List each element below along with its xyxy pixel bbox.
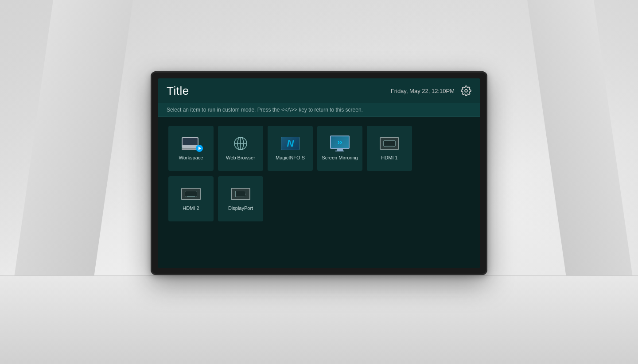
tv-screen: Title Friday, May 22, 12:10PM Select an … [158, 78, 480, 268]
app-tile-magicinfo[interactable]: N MagicINFO S [268, 126, 313, 171]
tv-title: Title [167, 84, 189, 98]
svg-point-0 [465, 89, 467, 92]
tv-header: Title Friday, May 22, 12:10PM [158, 78, 480, 103]
displayport-icon [230, 186, 251, 202]
app-tile-hdmi-2[interactable]: HDMI 2 [168, 176, 214, 221]
app-grid: Workspace Web Browser [158, 117, 480, 268]
workspace-laptop-icon [182, 137, 200, 150]
hdmi-2-label: HDMI 2 [183, 205, 199, 211]
workspace-icon [180, 136, 202, 151]
hdmi-1-icon [379, 136, 400, 151]
tv-frame: Title Friday, May 22, 12:10PM Select an … [151, 71, 487, 275]
displayport-label: DisplayPort [228, 205, 253, 211]
datetime-display: Friday, May 22, 12:10PM [391, 88, 455, 94]
hdmi-2-icon [180, 186, 202, 202]
app-tile-screen-mirroring[interactable]: ›› Screen Mirroring [317, 126, 362, 171]
header-right: Friday, May 22, 12:10PM [391, 85, 471, 96]
hdmi-1-label: HDMI 1 [381, 155, 397, 161]
workspace-label: Workspace [179, 155, 203, 161]
magicinfo-icon: N [280, 136, 301, 151]
floor [0, 275, 638, 364]
app-tile-workspace[interactable]: Workspace [168, 126, 214, 171]
instruction-bar: Select an item to run in custom mode. Pr… [158, 103, 480, 117]
settings-icon[interactable] [461, 85, 471, 96]
screen-mirroring-label: Screen Mirroring [322, 155, 358, 161]
app-row-2: HDMI 2 DisplayPort [168, 176, 470, 221]
app-row-1: Workspace Web Browser [168, 126, 470, 171]
instruction-text: Select an item to run in custom mode. Pr… [167, 107, 363, 113]
screen-mirroring-icon: ›› [329, 136, 350, 151]
app-tile-web-browser[interactable]: Web Browser [218, 126, 263, 171]
globe-icon [230, 136, 251, 151]
web-browser-label: Web Browser [226, 155, 255, 161]
app-tile-displayport[interactable]: DisplayPort [218, 176, 263, 221]
magicinfo-label: MagicINFO S [276, 155, 305, 161]
app-tile-hdmi-1[interactable]: HDMI 1 [367, 126, 412, 171]
